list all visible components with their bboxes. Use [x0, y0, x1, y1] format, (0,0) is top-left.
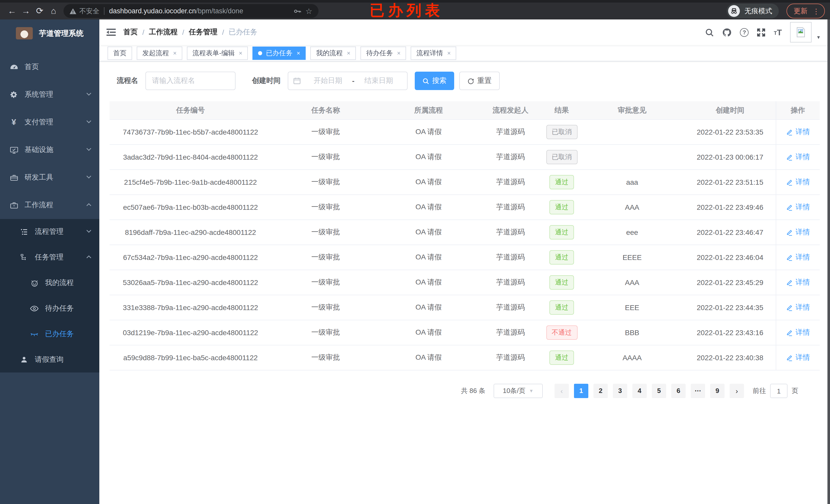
sidebar-item-robot[interactable]: 我的流程 [0, 270, 99, 296]
window-edge [827, 20, 830, 504]
detail-button[interactable]: 详情 [786, 152, 810, 161]
url-bar[interactable]: 不安全 dashboard.yudao.iocoder.cn /bpm/task… [63, 4, 318, 18]
reset-button[interactable]: 重置 [459, 72, 500, 90]
date-range-input[interactable]: 开始日期 - 结束日期 [288, 72, 408, 90]
edit-icon [786, 178, 793, 186]
table-row: ec507ae6-7b9a-11ec-b03b-acde48001122一级审批… [109, 195, 820, 220]
sidebar-item-eye-open[interactable]: 待办任务 [0, 296, 99, 321]
page-button-9[interactable]: 9 [710, 384, 725, 398]
bookmark-star-icon[interactable]: ☆ [306, 6, 312, 15]
browser-chrome: ← → ⟳ ⌂ 不安全 dashboard.yudao.iocoder.cn /… [0, 0, 830, 20]
key-icon[interactable] [293, 7, 301, 15]
sidebar-item-yen[interactable]: ¥支付管理 [0, 108, 99, 136]
close-icon[interactable]: × [447, 50, 451, 56]
chevron-down-icon [86, 92, 92, 96]
breadcrumb-item[interactable]: 工作流程 [149, 28, 178, 37]
breadcrumb-separator: / [182, 28, 184, 36]
tab-我的流程[interactable]: 我的流程× [311, 46, 356, 60]
more-pages-button[interactable]: ⋯ [691, 384, 705, 398]
detail-button[interactable]: 详情 [786, 127, 810, 136]
goto-page-input[interactable]: 1 [770, 384, 788, 398]
insecure-warning-icon [70, 8, 76, 14]
sidebar-item-eye-closed[interactable]: 已办任务 [0, 321, 99, 347]
page-size-select[interactable]: 10条/页 ▼ [493, 384, 543, 398]
cell-comment: eee [580, 220, 684, 245]
tab-流程表单-编辑[interactable]: 流程表单-编辑× [187, 46, 248, 60]
page-button-1[interactable]: 1 [574, 384, 588, 398]
sidebar-item-dashboard[interactable]: 首页 [0, 53, 99, 81]
search-icon[interactable] [705, 28, 714, 37]
sidebar-item-user[interactable]: 请假查询 [0, 347, 99, 372]
close-icon[interactable]: × [297, 50, 300, 56]
fullscreen-icon[interactable] [757, 28, 765, 37]
sidebar-item-gear[interactable]: 系统管理 [0, 81, 99, 108]
tab-流程详情[interactable]: 流程详情× [411, 46, 456, 60]
cell-create-time: 2022-01-22 23:40:38 [684, 345, 776, 370]
detail-button[interactable]: 详情 [786, 353, 810, 362]
page-button-5[interactable]: 5 [652, 384, 666, 398]
avatar[interactable] [790, 22, 811, 42]
breadcrumb: 首页/工作流程/任务管理/已办任务 [123, 28, 257, 37]
sidebar-item-list[interactable]: 流程管理 [0, 219, 99, 244]
detail-button[interactable]: 详情 [786, 228, 810, 237]
close-icon[interactable]: × [397, 50, 401, 56]
detail-button[interactable]: 详情 [786, 202, 810, 211]
reload-icon[interactable]: ⟳ [33, 4, 46, 18]
tab-已办任务[interactable]: 已办任务× [253, 46, 306, 60]
sidebar-item-briefcase[interactable]: 工作流程 [0, 191, 99, 219]
pagination: 共 86 条 10条/页 ▼ ‹ 123456⋯9 › 前往 1 页 [109, 384, 798, 398]
breadcrumb-item[interactable]: 首页 [123, 28, 138, 37]
forward-icon[interactable]: → [19, 4, 33, 18]
tab-待办任务[interactable]: 待办任务× [361, 46, 406, 60]
update-button[interactable]: 更新 ⋮ [787, 4, 825, 19]
next-page-button[interactable]: › [730, 384, 744, 398]
tab-label: 发起流程 [142, 48, 169, 58]
close-icon[interactable]: × [347, 50, 350, 56]
cell-task-name: 一级审批 [272, 170, 380, 195]
detail-button[interactable]: 详情 [786, 328, 810, 337]
cell-result: 通过 [544, 270, 580, 295]
sidebar-item-monitor[interactable]: 基础设施 [0, 136, 99, 164]
home-icon[interactable]: ⌂ [46, 4, 60, 18]
table-row: 67c534a2-7b9a-11ec-a290-acde48001122一级审批… [109, 245, 820, 270]
sidebar-item-tree[interactable]: 任务管理 [0, 244, 99, 270]
font-size-icon[interactable]: TT [774, 28, 782, 36]
search-button[interactable]: 搜索 [415, 72, 454, 90]
prev-page-button[interactable]: ‹ [554, 384, 569, 398]
column-header: 任务编号 [109, 101, 272, 120]
chevron-down-icon [86, 147, 92, 152]
help-icon[interactable]: ? [740, 28, 748, 37]
cell-actions: 详情 [776, 270, 820, 295]
app-logo[interactable]: 芋道管理系统 [0, 20, 99, 47]
detail-button[interactable]: 详情 [786, 303, 810, 312]
cell-initiator: 芋道源码 [477, 345, 544, 370]
menu-dots-icon[interactable]: ⋮ [812, 7, 820, 15]
detail-button[interactable]: 详情 [786, 277, 810, 287]
close-icon[interactable]: × [173, 50, 177, 56]
column-header: 所属流程 [380, 101, 477, 120]
chevron-down-icon[interactable]: ▼ [816, 35, 821, 40]
tab-发起流程[interactable]: 发起流程× [137, 46, 182, 60]
page-button-2[interactable]: 2 [594, 384, 608, 398]
detail-button[interactable]: 详情 [786, 177, 810, 187]
eye-closed-icon [30, 330, 39, 339]
tab-首页[interactable]: 首页 [107, 46, 132, 60]
cell-create-time: 2022-01-22 23:43:16 [684, 320, 776, 345]
column-header: 操作 [776, 101, 820, 120]
github-icon[interactable] [722, 27, 732, 37]
page-button-4[interactable]: 4 [632, 384, 647, 398]
page-button-6[interactable]: 6 [671, 384, 685, 398]
process-name-input[interactable]: 请输入流程名 [146, 72, 235, 90]
sidebar-item-toolbox[interactable]: 研发工具 [0, 164, 99, 191]
breadcrumb-item[interactable]: 任务管理 [189, 28, 218, 37]
detail-button[interactable]: 详情 [786, 253, 810, 262]
table-row: 215cf4e5-7b9b-11ec-9a1b-acde48001122一级审批… [109, 170, 820, 195]
close-icon[interactable]: × [239, 50, 243, 56]
back-icon[interactable]: ← [5, 4, 19, 18]
tab-label: 已办任务 [266, 48, 293, 58]
screenshot-viewport: ← → ⟳ ⌂ 不安全 dashboard.yudao.iocoder.cn /… [0, 0, 830, 504]
hamburger-icon[interactable] [106, 28, 116, 36]
page-button-3[interactable]: 3 [613, 384, 627, 398]
cell-actions: 详情 [776, 245, 820, 270]
cell-task-name: 一级审批 [272, 220, 380, 245]
